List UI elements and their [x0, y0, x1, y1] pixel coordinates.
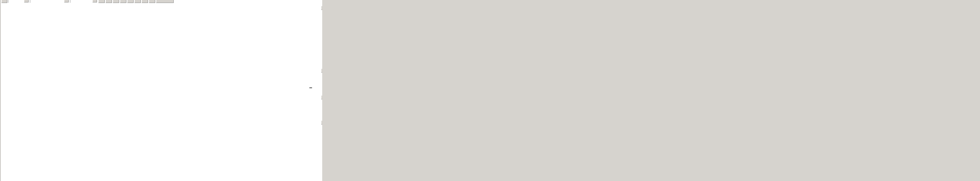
chevron-down-icon[interactable]: ▼: [92, 0, 97, 2]
chart-window-1[interactable]: ▼▼▼▼▼▼▼: [0, 0, 322, 181]
stochastics-pane-title: [2, 117, 308, 120]
main-pane-menu-button[interactable]: ▼: [321, 6, 322, 10]
stoch-pane-menu-button[interactable]: ▼: [321, 120, 322, 125]
macd-pane-menu-button[interactable]: ▼: [321, 95, 322, 99]
chart-header-line1: [2, 2, 308, 6]
chevron-down-icon[interactable]: ▼: [64, 0, 68, 2]
volume-pane-menu-button[interactable]: ▼: [321, 69, 322, 72]
volume-multiplier-badge: [309, 88, 312, 88]
chart-header-line2: [2, 6, 308, 10]
volume-pane-title: [2, 62, 308, 66]
macd-pane-title: [2, 91, 308, 94]
trading-app-desktop: ▼▼▼▼▼▼▼: [0, 0, 980, 181]
chevron-down-icon[interactable]: ▼: [24, 0, 29, 2]
